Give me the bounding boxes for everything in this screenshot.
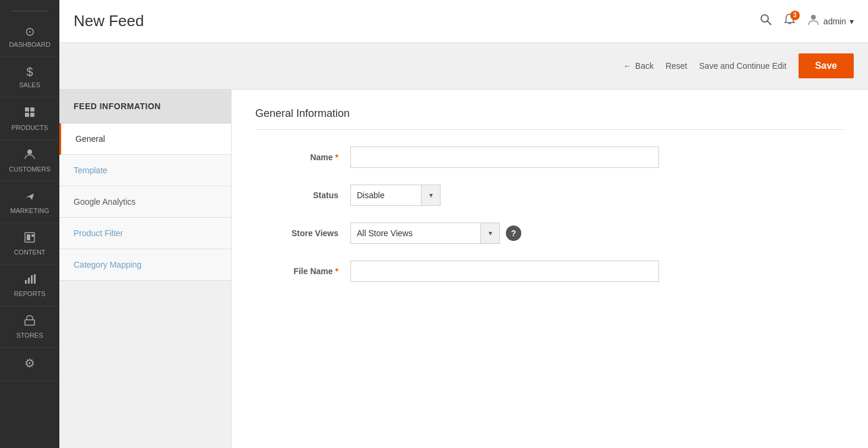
file-name-required-star: *	[335, 266, 338, 276]
body-content: FEED INFORMATION General Template Google…	[59, 90, 868, 448]
nav-item-label: Template	[74, 166, 107, 175]
right-panel: General Information Name* Status Disable…	[232, 90, 868, 448]
user-menu[interactable]: admin ▾	[807, 13, 854, 29]
file-name-input[interactable]	[350, 260, 659, 282]
products-icon	[23, 106, 36, 122]
store-select-wrapper: All Store Views ▾	[350, 223, 500, 244]
svg-point-4	[27, 150, 32, 154]
svg-rect-10	[31, 275, 33, 284]
name-input[interactable]	[350, 147, 659, 168]
sidebar-item-stores[interactable]: STORES	[0, 306, 59, 348]
sidebar-item-customers[interactable]: CUSTOMERS	[0, 140, 59, 182]
nav-item-label: Google Analytics	[74, 197, 135, 206]
store-views-wrapper: All Store Views ▾ ?	[350, 223, 521, 244]
reset-button[interactable]: Reset	[666, 61, 688, 71]
main-content: New Feed 3 admin ▾ ← Back Reset Save and…	[59, 0, 868, 448]
nav-item-template[interactable]: Template	[59, 155, 231, 186]
sidebar-item-label: CUSTOMERS	[9, 166, 50, 173]
svg-rect-1	[30, 107, 34, 112]
name-label: Name*	[255, 152, 350, 162]
left-panel: FEED INFORMATION General Template Google…	[59, 90, 232, 448]
sidebar-item-label: MARKETING	[10, 207, 49, 214]
svg-rect-2	[25, 113, 29, 117]
nav-item-product-filter[interactable]: Product Filter	[59, 218, 231, 249]
svg-rect-11	[34, 274, 36, 284]
status-select-wrapper: Disable Enable ▾	[350, 185, 441, 206]
svg-line-14	[767, 21, 771, 25]
nav-item-label: Category Mapping	[74, 260, 141, 269]
store-views-row: Store Views All Store Views ▾ ?	[255, 223, 844, 244]
save-button[interactable]: Save	[799, 53, 854, 78]
sidebar-top-divider	[12, 11, 47, 11]
name-required-star: *	[335, 152, 338, 162]
file-name-label: File Name*	[255, 266, 350, 276]
svg-point-13	[761, 15, 768, 22]
svg-rect-6	[27, 234, 30, 240]
store-views-dropdown-arrow[interactable]: ▾	[481, 223, 500, 244]
status-dropdown-arrow[interactable]: ▾	[422, 185, 441, 206]
sidebar-item-sales[interactable]: $ SALES	[0, 57, 59, 97]
nav-item-category-mapping[interactable]: Category Mapping	[59, 249, 231, 281]
stores-icon	[24, 314, 36, 329]
store-views-label: Store Views	[255, 228, 350, 238]
sidebar-item-label: STORES	[16, 332, 43, 339]
svg-rect-7	[31, 234, 34, 237]
back-button[interactable]: ← Back	[623, 61, 654, 71]
file-name-row: File Name*	[255, 260, 844, 282]
sidebar-item-label: DASHBOARD	[9, 41, 50, 48]
sidebar: ⊙ DASHBOARD $ SALES PRODUCTS CUSTOMERS M…	[0, 0, 59, 448]
sidebar-item-products[interactable]: PRODUCTS	[0, 97, 59, 140]
svg-rect-12	[25, 320, 34, 325]
section-divider	[255, 129, 844, 130]
dashboard-icon: ⊙	[25, 24, 35, 39]
sidebar-item-system[interactable]: ⚙	[0, 348, 59, 382]
store-views-select[interactable]: All Store Views	[350, 223, 481, 244]
customers-icon	[24, 148, 36, 163]
sidebar-item-dashboard[interactable]: ⊙ DASHBOARD	[0, 16, 59, 57]
svg-point-15	[811, 15, 816, 20]
sidebar-item-content[interactable]: CONTENT	[0, 223, 59, 265]
status-select[interactable]: Disable Enable	[350, 185, 422, 206]
sidebar-item-label: PRODUCTS	[11, 124, 48, 131]
sidebar-item-reports[interactable]: REPORTS	[0, 265, 59, 306]
nav-item-label: General	[75, 134, 105, 144]
section-title: General Information	[255, 107, 844, 120]
user-name: admin	[823, 17, 846, 26]
nav-item-google-analytics[interactable]: Google Analytics	[59, 186, 231, 218]
status-label: Status	[255, 190, 350, 200]
action-bar: ← Back Reset Save and Continue Edit Save	[59, 43, 868, 90]
content-icon	[24, 231, 36, 246]
sidebar-item-label: SALES	[19, 81, 40, 88]
marketing-icon	[24, 190, 36, 205]
sidebar-item-label: CONTENT	[14, 249, 45, 256]
page-title: New Feed	[74, 12, 144, 30]
nav-item-label: Product Filter	[74, 228, 123, 238]
svg-rect-8	[25, 280, 27, 284]
sales-icon: $	[26, 65, 33, 79]
name-row: Name*	[255, 147, 844, 168]
reports-icon	[24, 273, 36, 288]
feed-info-header: FEED INFORMATION	[59, 90, 231, 123]
sidebar-item-label: REPORTS	[14, 290, 46, 297]
system-icon: ⚙	[24, 356, 35, 370]
save-continue-button[interactable]: Save and Continue Edit	[699, 61, 787, 71]
status-row: Status Disable Enable ▾	[255, 185, 844, 206]
user-avatar-icon	[807, 13, 820, 29]
sidebar-item-marketing[interactable]: MARKETING	[0, 182, 59, 223]
svg-rect-9	[28, 278, 30, 284]
notification-badge: 3	[790, 11, 800, 20]
svg-rect-0	[25, 107, 29, 112]
notification-button[interactable]: 3	[783, 13, 796, 30]
store-views-help-icon[interactable]: ?	[506, 225, 521, 241]
header-actions: 3 admin ▾	[759, 13, 854, 30]
top-header: New Feed 3 admin ▾	[59, 0, 868, 43]
svg-rect-3	[30, 113, 34, 117]
chevron-down-icon: ▾	[850, 17, 854, 26]
search-button[interactable]	[759, 13, 772, 30]
nav-item-general[interactable]: General	[59, 123, 231, 155]
